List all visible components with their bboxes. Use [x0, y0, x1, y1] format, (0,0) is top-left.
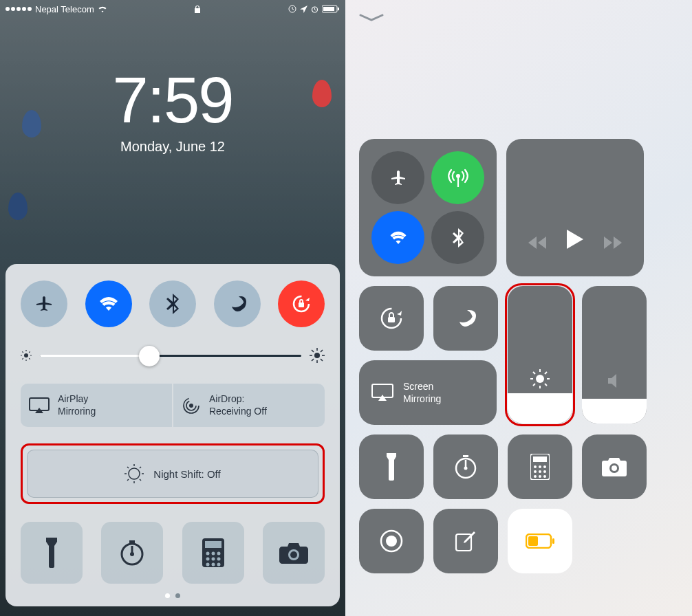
- airplane-icon: [34, 294, 54, 314]
- svg-line-24: [321, 350, 323, 352]
- camera-icon: [279, 542, 308, 564]
- antenna-icon: [448, 168, 468, 188]
- svg-point-81: [543, 475, 546, 478]
- svg-point-49: [206, 563, 209, 566]
- speaker-icon: [582, 373, 647, 389]
- bluetooth-toggle[interactable]: [431, 211, 484, 264]
- timer-button[interactable]: [433, 434, 498, 499]
- airplay-label: AirPlay Mirroring: [58, 393, 96, 417]
- calculator-button[interactable]: [182, 522, 244, 584]
- volume-slider[interactable]: [582, 286, 647, 424]
- svg-point-69: [464, 467, 468, 470]
- svg-rect-70: [463, 455, 468, 457]
- control-center-panel: AirPlay Mirroring AirDrop: Receiving Off…: [6, 264, 340, 606]
- airplane-toggle[interactable]: [21, 280, 67, 327]
- svg-rect-57: [388, 317, 395, 322]
- svg-rect-89: [552, 538, 554, 544]
- rotation-lock-button[interactable]: [359, 286, 424, 351]
- date-label: Monday, June 12: [0, 139, 345, 155]
- brightness-slider[interactable]: [21, 348, 325, 363]
- ios11-screenshot: Screen Mirroring: [345, 0, 692, 616]
- slider-thumb[interactable]: [139, 346, 160, 366]
- svg-point-16: [314, 353, 320, 358]
- svg-point-53: [290, 551, 297, 558]
- notes-button[interactable]: [433, 509, 498, 573]
- svg-line-22: [321, 359, 323, 361]
- night-shift-highlight: Night Shift: Off: [21, 443, 325, 504]
- media-card[interactable]: [506, 139, 644, 276]
- wifi-toggle[interactable]: [85, 280, 132, 327]
- cellular-toggle[interactable]: [431, 151, 484, 204]
- connectivity-card[interactable]: [359, 139, 497, 276]
- svg-line-14: [22, 358, 23, 360]
- tool-row: [21, 522, 325, 584]
- dnd-toggle[interactable]: [214, 280, 261, 327]
- lockscreen-clock: 7:59 Monday, June 12: [0, 15, 345, 155]
- rotation-lock-toggle[interactable]: [278, 280, 325, 327]
- svg-line-15: [29, 351, 30, 353]
- night-shift-icon: [125, 464, 144, 483]
- screen-mirroring-label: Screen Mirroring: [403, 380, 441, 405]
- svg-line-37: [140, 467, 141, 468]
- dnd-button[interactable]: [433, 286, 498, 351]
- timer-button[interactable]: [101, 522, 163, 584]
- calculator-button[interactable]: [508, 434, 572, 499]
- airplane-toggle[interactable]: [371, 151, 424, 204]
- svg-line-13: [29, 358, 30, 360]
- svg-point-43: [206, 552, 209, 556]
- status-bar: Nepal Telecom: [0, 0, 345, 15]
- battery-icon: [322, 5, 340, 13]
- camera-button[interactable]: [582, 434, 647, 499]
- wifi-toggle[interactable]: [371, 211, 424, 264]
- page-dot: [175, 593, 180, 598]
- camera-button[interactable]: [263, 522, 325, 584]
- svg-rect-6: [299, 302, 304, 307]
- svg-point-59: [536, 375, 544, 383]
- airdrop-button[interactable]: AirDrop: Receiving Off: [173, 384, 325, 427]
- alarm-icon: [311, 6, 318, 13]
- screen-record-button[interactable]: [359, 509, 424, 573]
- svg-point-47: [211, 558, 215, 561]
- forward-icon[interactable]: [604, 236, 622, 249]
- slider-track[interactable]: [40, 355, 301, 357]
- bluetooth-toggle[interactable]: [149, 280, 196, 327]
- svg-line-65: [545, 384, 547, 386]
- moon-icon: [228, 295, 246, 313]
- low-power-button[interactable]: [508, 509, 572, 573]
- airplane-icon: [389, 168, 408, 188]
- flashlight-button[interactable]: [359, 434, 424, 499]
- chevron-down-icon[interactable]: [359, 14, 678, 22]
- play-icon[interactable]: [567, 230, 583, 249]
- svg-point-79: [534, 475, 537, 478]
- svg-point-73: [534, 465, 537, 468]
- svg-point-83: [612, 465, 617, 471]
- flashlight-button[interactable]: [21, 522, 83, 584]
- timer-icon: [118, 539, 146, 566]
- lock-icon: [194, 5, 201, 14]
- moon-icon: [455, 308, 476, 329]
- camera-icon: [601, 456, 627, 477]
- brightness-fill: [508, 393, 572, 424]
- brightness-slider[interactable]: [508, 286, 572, 424]
- flashlight-icon: [43, 538, 60, 568]
- svg-line-12: [22, 351, 23, 353]
- share-row: AirPlay Mirroring AirDrop: Receiving Off: [21, 384, 325, 427]
- wifi-icon: [97, 295, 120, 313]
- airplay-button[interactable]: AirPlay Mirroring: [21, 384, 172, 427]
- svg-point-78: [543, 470, 546, 473]
- svg-point-50: [211, 563, 215, 566]
- svg-point-48: [217, 558, 220, 561]
- svg-point-85: [386, 536, 397, 547]
- screen-mirroring-button[interactable]: Screen Mirroring: [359, 360, 497, 425]
- brightness-high-icon: [310, 348, 325, 363]
- night-shift-button[interactable]: Night Shift: Off: [27, 450, 318, 498]
- svg-point-39: [130, 552, 134, 556]
- timer-icon: [453, 454, 479, 480]
- rewind-icon[interactable]: [528, 236, 546, 249]
- svg-point-7: [24, 353, 28, 358]
- location-icon: [300, 6, 307, 13]
- calculator-icon: [202, 538, 224, 567]
- svg-rect-42: [205, 541, 221, 548]
- record-icon: [379, 529, 404, 553]
- svg-line-21: [312, 350, 314, 352]
